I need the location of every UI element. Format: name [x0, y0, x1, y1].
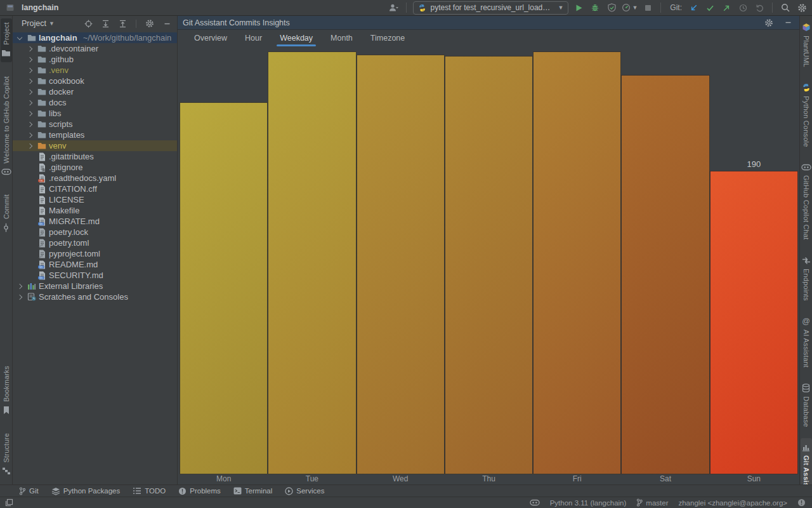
tool-window-button-terminal[interactable]: Terminal [233, 487, 272, 495]
project-window-icon[interactable] [4, 1, 16, 14]
tool-window-button-todo[interactable]: TODO [133, 487, 166, 495]
git-push-button[interactable] [720, 1, 733, 14]
tree-item-docs[interactable]: docs [13, 97, 177, 108]
branch-widget[interactable]: master [636, 498, 668, 507]
tool-stripe-item-commit[interactable]: Commit [1, 190, 12, 236]
git-update-button[interactable] [687, 1, 700, 14]
tree-item--readthedocs-yaml[interactable]: YML.readthedocs.yaml [13, 173, 177, 184]
bar-mon[interactable] [180, 102, 268, 474]
chevron-right-icon [27, 121, 32, 126]
panel-gear-icon[interactable] [763, 17, 775, 29]
bar-wed[interactable] [357, 55, 445, 474]
expand-all-icon[interactable] [99, 17, 112, 30]
tool-stripe-item-database[interactable]: Database [801, 379, 812, 431]
debug-button[interactable] [589, 1, 601, 14]
tree-item-scripts[interactable]: scripts [13, 119, 177, 130]
tree-item-makefile[interactable]: Makefile [13, 205, 177, 216]
run-configuration-select[interactable]: pytest for test_recursive_url_loader.tes… [413, 1, 568, 15]
tree-item--gitignore[interactable]: .gitignore [13, 162, 177, 173]
terminal-icon [233, 487, 242, 495]
user-dropdown[interactable] [387, 1, 400, 14]
vcs-user-widget[interactable]: zhanglei <zhanglei@apache.org> [678, 499, 787, 507]
bar-fri[interactable] [533, 51, 621, 474]
stripe-toggle-icon[interactable] [5, 498, 13, 507]
bar-thu[interactable] [445, 56, 533, 474]
bar-tue[interactable] [268, 51, 356, 474]
tree-item-label: poetry.toml [49, 238, 89, 248]
tree-item-label: README.md [49, 260, 98, 269]
md-icon: MD [37, 260, 46, 269]
tree-item-langchain[interactable]: langchain~/Work/github/langchain [13, 32, 177, 43]
project-panel-title[interactable]: Project [22, 19, 46, 28]
tree-item-pyproject-toml[interactable]: pyproject.toml [13, 248, 177, 259]
tree-item-templates[interactable]: templates [13, 130, 177, 140]
x-axis-label-sat: Sat [621, 474, 709, 484]
run-button[interactable] [572, 1, 585, 14]
rollback-button[interactable] [753, 1, 766, 14]
tree-item-security-md[interactable]: MDSECURITY.md [13, 270, 177, 281]
tree-item-scratches-and-consoles[interactable]: Scratches and Consoles [13, 291, 177, 302]
copilot-status-icon[interactable] [530, 498, 540, 507]
tool-stripe-item-structure[interactable]: Structure [1, 429, 12, 479]
profiler-button[interactable]: ▼ [622, 1, 638, 14]
tree-item--devcontainer[interactable]: .devcontainer [13, 43, 177, 54]
tool-stripe-label: Welcome to GitHub Copilot [3, 76, 10, 163]
collapse-all-icon[interactable] [116, 17, 129, 30]
tool-stripe-item-plantuml[interactable]: PlantUML [801, 18, 812, 71]
tree-item-readme-md[interactable]: MDREADME.md [13, 259, 177, 270]
bar-sun[interactable] [710, 171, 798, 474]
search-everywhere-icon[interactable] [779, 1, 792, 14]
tool-window-button-services[interactable]: Services [285, 487, 324, 495]
tree-item--github[interactable]: .github [13, 54, 177, 65]
history-button[interactable] [737, 1, 749, 14]
tab-weekday[interactable]: Weekday [272, 30, 320, 46]
tool-window-button-python-packages[interactable]: Python Packages [51, 487, 121, 495]
tab-timezone[interactable]: Timezone [363, 30, 412, 46]
tree-item-venv[interactable]: venv [13, 140, 177, 151]
git-commit-button[interactable] [704, 1, 716, 14]
svg-text:MD: MD [39, 276, 43, 279]
chevron-down-icon[interactable]: ▼ [49, 21, 55, 27]
tree-item-libs[interactable]: libs [13, 108, 177, 119]
tab-overview[interactable]: Overview [187, 30, 235, 46]
tree-item-citation-cff[interactable]: CITATION.cff [13, 184, 177, 194]
tool-stripe-item-python-console[interactable]: Python Console [801, 79, 812, 150]
notifications-icon[interactable] [797, 498, 806, 507]
coverage-button[interactable] [605, 1, 618, 14]
tree-item-poetry-toml[interactable]: poetry.toml [13, 237, 177, 248]
tree-item-label: docs [49, 98, 66, 107]
tool-stripe-item-github-copilot-chat[interactable]: GitHub Copilot Chat [801, 158, 812, 244]
tab-month[interactable]: Month [323, 30, 360, 46]
settings-gear-icon[interactable] [796, 1, 808, 14]
right-tool-stripe: PlantUMLPython ConsoleGitHub Copilot Cha… [799, 16, 812, 485]
tool-stripe-item-ai-assistant[interactable]: @AI Assistant [801, 312, 812, 371]
minimize-panel-icon[interactable] [782, 17, 794, 29]
services-icon [285, 487, 293, 495]
x-axis-label-mon: Mon [180, 474, 268, 484]
main-toolbar: langchain pytest for test_recursive_url_… [0, 0, 812, 16]
stop-button[interactable] [641, 1, 654, 14]
select-opened-file-icon[interactable] [82, 17, 95, 30]
bar-sat[interactable] [621, 75, 709, 474]
tree-item-license[interactable]: LICENSE [13, 194, 177, 205]
tree-item--gitattributes[interactable]: .gitattributes [13, 151, 177, 162]
tool-window-button-git[interactable]: Git [19, 487, 39, 495]
tool-window-button-problems[interactable]: Problems [178, 487, 221, 495]
chart-x-axis-labels: MonTueWedThuFriSatSun [180, 474, 798, 484]
hide-panel-icon[interactable] [160, 17, 173, 30]
tree-item-cookbook[interactable]: cookbook [13, 76, 177, 86]
panel-settings-gear-icon[interactable] [143, 17, 156, 30]
chevron-spacer [28, 198, 32, 202]
chevron-right-icon [27, 110, 32, 116]
tree-item-external-libraries[interactable]: External Libraries [13, 281, 177, 291]
tree-item-poetry-lock[interactable]: poetry.lock [13, 227, 177, 237]
tab-hour[interactable]: Hour [237, 30, 270, 46]
tool-stripe-item-endpoints[interactable]: Endpoints [801, 251, 812, 305]
interpreter-widget[interactable]: Python 3.11 (langchain) [550, 499, 627, 507]
tool-stripe-item-bookmarks[interactable]: Bookmarks [1, 362, 12, 419]
tree-item--venv[interactable]: .venv [13, 65, 177, 76]
tool-stripe-item-welcome-to-github-copilot[interactable]: Welcome to GitHub Copilot [1, 72, 12, 180]
tree-item-docker[interactable]: docker [13, 86, 177, 97]
tree-item-migrate-md[interactable]: MDMIGRATE.md [13, 216, 177, 227]
tool-stripe-item-project[interactable]: Project [1, 18, 12, 62]
